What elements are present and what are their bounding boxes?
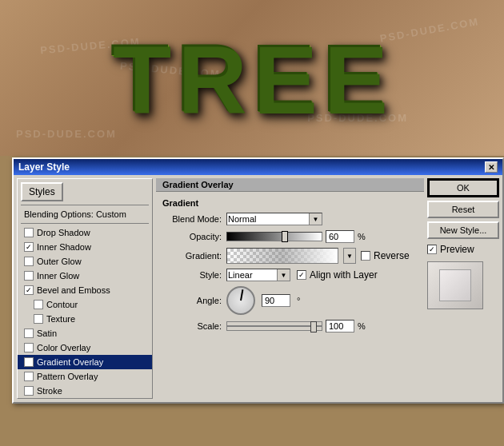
gradient-dropdown-wrapper[interactable]: ▼ (343, 248, 356, 264)
checkbox-bevel-emboss[interactable] (24, 285, 34, 295)
watermark-2: PSD-DUDE.COM (379, 15, 481, 45)
opacity-percent: % (358, 232, 366, 241)
blend-mode-row: Blend Mode: Normal Multiply Screen Overl… (156, 211, 424, 227)
opacity-slider-container: % (226, 230, 366, 243)
gradient-bar[interactable] (226, 248, 338, 264)
blend-mode-select[interactable]: Normal Multiply Screen Overlay (226, 213, 322, 225)
layer-item-pattern-overlay[interactable]: Pattern Overlay (18, 369, 152, 384)
layer-item-satin[interactable]: Satin (18, 326, 152, 340)
label-outer-glow: Outer Glow (37, 257, 82, 266)
blending-options-item[interactable]: Blending Options: Custom (18, 207, 152, 221)
layers-panel: Styles Blending Options: Custom Drop Sha… (17, 178, 153, 399)
blend-mode-label: Blend Mode: (162, 214, 226, 224)
scale-input[interactable] (326, 320, 354, 333)
label-pattern-overlay: Pattern Overlay (37, 372, 98, 381)
opacity-slider-thumb[interactable] (282, 231, 288, 242)
checkbox-gradient-overlay[interactable] (24, 357, 34, 367)
section-subtitle: Gradient (156, 197, 424, 211)
styles-button[interactable]: Styles (21, 182, 63, 201)
scale-slider-thumb[interactable] (310, 321, 317, 333)
style-row: Style: Linear Radial Angle Reflected Dia… (156, 267, 424, 283)
reverse-checkbox[interactable] (361, 251, 370, 261)
preview-checkbox[interactable] (427, 245, 437, 254)
label-contour: Contour (46, 300, 78, 309)
checkbox-inner-shadow[interactable] (24, 242, 34, 252)
layer-item-inner-shadow[interactable]: Inner Shadow (18, 240, 152, 254)
checkbox-color-overlay[interactable] (24, 343, 34, 352)
preview-thumbnail (427, 261, 483, 309)
scale-percent: % (358, 321, 366, 331)
ok-button[interactable]: OK (427, 178, 499, 197)
checkbox-inner-glow[interactable] (24, 271, 34, 281)
checkbox-contour[interactable] (34, 300, 43, 309)
scale-row: Scale: % (156, 318, 424, 334)
reverse-label: Reverse (374, 250, 410, 261)
align-layer-checkbox[interactable] (297, 270, 306, 280)
preview-thumb-inner (439, 269, 471, 301)
separator-1 (21, 205, 149, 205)
checkbox-pattern-overlay[interactable] (24, 372, 34, 381)
angle-dial[interactable] (226, 286, 255, 315)
dialog-title: Layer Style (18, 161, 70, 173)
dialog-body: Styles Blending Options: Custom Drop Sha… (14, 175, 502, 402)
checkbox-texture[interactable] (34, 314, 43, 324)
dialog-titlebar: Layer Style ✕ (14, 159, 502, 175)
scale-track-line (227, 325, 322, 327)
gradient-controls: ▼ Reverse (226, 248, 410, 264)
label-color-overlay: Color Overlay (37, 343, 90, 352)
opacity-label: Opacity: (162, 232, 226, 241)
blend-mode-select-wrapper[interactable]: Normal Multiply Screen Overlay ▼ (226, 213, 322, 225)
angle-input[interactable] (262, 294, 290, 307)
right-panel: OK Reset New Style... Preview (427, 178, 499, 399)
style-select[interactable]: Linear Radial Angle Reflected Diamond (226, 269, 290, 281)
reset-button[interactable]: Reset (427, 201, 499, 218)
close-button[interactable]: ✕ (485, 161, 498, 173)
separator-2 (21, 223, 149, 224)
checkbox-drop-shadow[interactable] (24, 228, 34, 237)
scale-slider-track[interactable] (226, 321, 322, 331)
gradient-row: Gradient: ▼ Reverse (156, 246, 424, 265)
angle-row: Angle: ° (156, 285, 424, 317)
label-stroke: Stroke (37, 386, 62, 396)
layer-item-color-overlay[interactable]: Color Overlay (18, 340, 152, 355)
preview-area: PSD-DUDE.COM PSD-DUDE.COM PSD-DUDE.COM P… (0, 0, 504, 156)
layer-item-inner-glow[interactable]: Inner Glow (18, 269, 152, 283)
blending-options-label: Blending Options: Custom (24, 209, 126, 219)
layer-style-dialog: Layer Style ✕ Styles Blending Options: C… (12, 157, 504, 404)
layer-item-outer-glow[interactable]: Outer Glow (18, 254, 152, 269)
align-layer-row: Align with Layer (297, 269, 378, 281)
angle-degree: ° (297, 296, 300, 305)
style-controls: Linear Radial Angle Reflected Diamond ▼ … (226, 269, 378, 281)
checkbox-outer-glow[interactable] (24, 257, 34, 266)
style-label: Style: (162, 270, 226, 280)
tree-preview-text: TREE (111, 23, 393, 133)
watermark-1: PSD-DUDE.COM (16, 128, 117, 140)
label-bevel-emboss: Bevel and Emboss (37, 285, 110, 295)
scale-slider-container: % (226, 320, 366, 333)
scale-label: Scale: (162, 321, 226, 331)
label-gradient-overlay: Gradient Overlay (37, 357, 103, 367)
label-texture: Texture (46, 314, 75, 324)
layer-item-bevel-emboss[interactable]: Bevel and Emboss (18, 283, 152, 297)
checkbox-stroke[interactable] (24, 386, 34, 396)
style-select-wrapper[interactable]: Linear Radial Angle Reflected Diamond ▼ (226, 269, 290, 281)
new-style-button[interactable]: New Style... (427, 221, 499, 239)
angle-label: Angle: (162, 296, 226, 305)
opacity-row: Opacity: % (156, 229, 424, 245)
layer-item-texture[interactable]: Texture (18, 312, 152, 326)
align-layer-label: Align with Layer (310, 269, 378, 281)
angle-controls: ° (226, 286, 300, 315)
label-drop-shadow: Drop Shadow (37, 228, 90, 237)
layer-item-stroke[interactable]: Stroke (18, 384, 152, 398)
opacity-input[interactable] (326, 230, 354, 243)
layer-item-contour[interactable]: Contour (18, 297, 152, 312)
layer-item-drop-shadow[interactable]: Drop Shadow (18, 225, 152, 240)
opacity-slider-track[interactable] (226, 232, 322, 241)
gradient-dropdown-arrow[interactable]: ▼ (343, 248, 356, 264)
label-satin: Satin (37, 329, 57, 338)
gradient-label: Gradient: (162, 251, 226, 261)
preview-row: Preview (427, 244, 499, 255)
preview-label: Preview (440, 244, 474, 255)
layer-item-gradient-overlay[interactable]: Gradient Overlay (18, 355, 152, 369)
checkbox-satin[interactable] (24, 329, 34, 338)
